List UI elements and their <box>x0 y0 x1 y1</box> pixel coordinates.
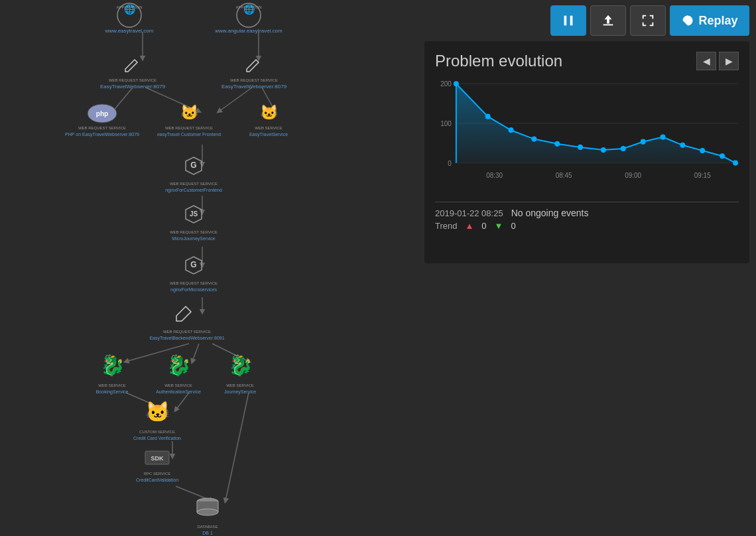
pause-button[interactable] <box>550 5 586 36</box>
svg-text:WEB REQUEST SERVICE: WEB REQUEST SERVICE <box>170 281 218 285</box>
svg-text:SDK: SDK <box>151 455 164 462</box>
svg-point-101 <box>197 509 218 515</box>
svg-text:200: 200 <box>440 80 452 88</box>
svg-text:WEB REQUEST SERVICE: WEB REQUEST SERVICE <box>170 230 218 234</box>
svg-line-46 <box>225 393 249 501</box>
no-events-label: No ongoing events <box>511 208 589 218</box>
svg-text:JS: JS <box>190 210 198 218</box>
node-micro-journey[interactable]: JS WEB REQUEST SERVICE MicroJourneyServi… <box>170 206 218 241</box>
node-web2[interactable]: WEB REQUEST SERVICE EasyTravelWebserver:… <box>221 60 287 90</box>
trend-up-value: 0 <box>481 221 486 231</box>
svg-text:0: 0 <box>448 160 452 167</box>
svg-text:🐉: 🐉 <box>228 354 253 377</box>
panel-prev-button[interactable]: ◀ <box>696 52 716 70</box>
svg-text:APPLICATION: APPLICATION <box>235 5 261 9</box>
svg-line-43 <box>176 393 189 410</box>
svg-text:AuthenticationService: AuthenticationService <box>156 389 201 394</box>
svg-text:WEB REQUEST SERVICE: WEB REQUEST SERVICE <box>163 330 211 334</box>
svg-point-26 <box>700 148 705 153</box>
svg-text:G: G <box>190 260 196 269</box>
svg-line-33 <box>219 88 252 111</box>
problem-evolution-panel: Problem evolution ◀ ▶ 200 100 0 08:30 08… <box>424 41 749 263</box>
svg-text:09:00: 09:00 <box>625 172 641 179</box>
service-map-svg: 🌐 APPLICATION www.easytravel.com 🌐 APPLI… <box>0 0 418 536</box>
upload-button[interactable] <box>590 5 626 36</box>
trend-down-icon: ▼ <box>495 221 503 231</box>
svg-line-40 <box>192 344 199 362</box>
svg-text:EasyTravelService: EasyTravelService <box>249 132 288 137</box>
node-easytravel-service[interactable]: 🐱 WEB SERVICE EasyTravelService <box>249 103 288 137</box>
service-map: 🌐 APPLICATION www.easytravel.com 🌐 APPLI… <box>0 0 418 536</box>
svg-point-17 <box>509 127 514 133</box>
svg-text:CreditCardValidation: CreditCardValidation <box>136 478 178 482</box>
svg-point-19 <box>554 141 560 147</box>
svg-text:WEB SERVICE: WEB SERVICE <box>98 383 126 387</box>
panel-title: Problem evolution <box>435 52 562 70</box>
node-app1[interactable]: 🌐 APPLICATION www.easytravel.com <box>105 3 154 34</box>
svg-text:🐉: 🐉 <box>100 354 125 377</box>
svg-text:RPC SERVICE: RPC SERVICE <box>144 472 171 476</box>
svg-text:WEB REQUEST SERVICE: WEB REQUEST SERVICE <box>78 126 126 130</box>
svg-point-23 <box>641 139 646 145</box>
svg-rect-0 <box>564 16 567 26</box>
svg-text:🐱: 🐱 <box>180 103 199 121</box>
svg-point-20 <box>578 145 583 150</box>
svg-text:100: 100 <box>440 120 452 127</box>
svg-point-28 <box>733 160 738 165</box>
node-web1[interactable]: WEB REQUEST SERVICE EasyTravelWebserver:… <box>100 60 166 90</box>
svg-text:🐱: 🐱 <box>260 103 279 121</box>
svg-text:BookingService: BookingService <box>96 389 129 395</box>
svg-rect-1 <box>570 16 573 26</box>
svg-text:CUSTOM SERVICE: CUSTOM SERVICE <box>139 430 175 434</box>
svg-text:php: php <box>96 110 108 117</box>
node-php[interactable]: php WEB REQUEST SERVICE PHP on EasyTrave… <box>65 104 139 137</box>
replay-label: Replay <box>698 14 737 28</box>
node-db1[interactable]: DATABASE DB 1 <box>197 498 218 535</box>
svg-text:WEB REQUEST SERVICE: WEB REQUEST SERVICE <box>230 78 278 82</box>
svg-point-21 <box>601 147 606 153</box>
svg-line-31 <box>113 88 133 111</box>
svg-text:MicroJourneyService: MicroJourneyService <box>172 236 215 241</box>
event-date: 2019-01-22 08:25 <box>435 208 503 218</box>
svg-text:EasyTravelWebserver:8079: EasyTravelWebserver:8079 <box>221 84 287 90</box>
svg-text:WEB REQUEST SERVICE: WEB REQUEST SERVICE <box>109 78 157 82</box>
toolbar: Replay <box>550 5 749 36</box>
node-nginx-customer[interactable]: G WEB REQUEST SERVICE nginxForCustomerFr… <box>165 157 222 193</box>
node-auth[interactable]: 🐉 WEB SERVICE AuthenticationService <box>156 354 201 394</box>
svg-point-22 <box>621 146 626 151</box>
svg-text:APPLICATION: APPLICATION <box>116 5 142 9</box>
svg-point-18 <box>531 136 536 141</box>
svg-text:WEB REQUEST SERVICE: WEB REQUEST SERVICE <box>170 182 218 186</box>
replay-button[interactable]: Replay <box>670 5 749 36</box>
svg-text:PHP on EasyTravelWebserver:807: PHP on EasyTravelWebserver:8079 <box>65 132 139 137</box>
node-journey[interactable]: 🐉 WEB SERVICE JourneyService <box>224 354 256 395</box>
svg-text:08:30: 08:30 <box>486 172 503 179</box>
panel-header: Problem evolution ◀ ▶ <box>435 52 739 70</box>
svg-text:G: G <box>190 161 196 170</box>
panel-footer: 2019-01-22 08:25 No ongoing events Trend… <box>435 202 739 231</box>
trend-row: Trend ▲ 0 ▼ 0 <box>435 221 739 231</box>
node-nginx-micro[interactable]: G WEB REQUEST SERVICE nginxForMicroservi… <box>170 257 218 293</box>
node-customer-frontend[interactable]: 🐱 WEB REQUEST SERVICE easyTravel Custome… <box>157 103 221 137</box>
trend-down-value: 0 <box>511 221 515 231</box>
node-app2[interactable]: 🌐 APPLICATION www.angular.easytravel.com <box>214 3 283 34</box>
node-booking[interactable]: 🐉 WEB SERVICE BookingService <box>96 354 129 395</box>
svg-text:nginxForCustomerFrontend: nginxForCustomerFrontend <box>165 188 222 193</box>
svg-text:WEB SERVICE: WEB SERVICE <box>255 126 283 130</box>
svg-text:DB 1: DB 1 <box>202 531 213 535</box>
svg-text:WEB SERVICE: WEB SERVICE <box>164 383 192 387</box>
svg-text:09:15: 09:15 <box>694 172 711 179</box>
svg-text:nginxForMicroservices: nginxForMicroservices <box>170 287 218 293</box>
svg-text:WEB SERVICE: WEB SERVICE <box>226 383 254 387</box>
panel-next-button[interactable]: ▶ <box>719 52 739 70</box>
svg-point-16 <box>485 114 491 119</box>
svg-text:JourneyService: JourneyService <box>224 389 256 395</box>
svg-text:easyTravel Customer Frontend: easyTravel Customer Frontend <box>157 132 221 137</box>
svg-point-25 <box>680 143 685 148</box>
node-backend[interactable]: WEB REQUEST SERVICE EasyTravelBackendWeb… <box>149 306 224 341</box>
svg-text:🐉: 🐉 <box>166 354 192 377</box>
node-cc-verify[interactable]: 🐱 CUSTOM SERVICE Credit Card Verificatio… <box>133 400 181 440</box>
svg-text:EasyTravelWebserver:8079: EasyTravelWebserver:8079 <box>100 84 166 90</box>
fullscreen-button[interactable] <box>630 5 666 36</box>
svg-text:Credit Card Verification: Credit Card Verification <box>133 436 181 440</box>
